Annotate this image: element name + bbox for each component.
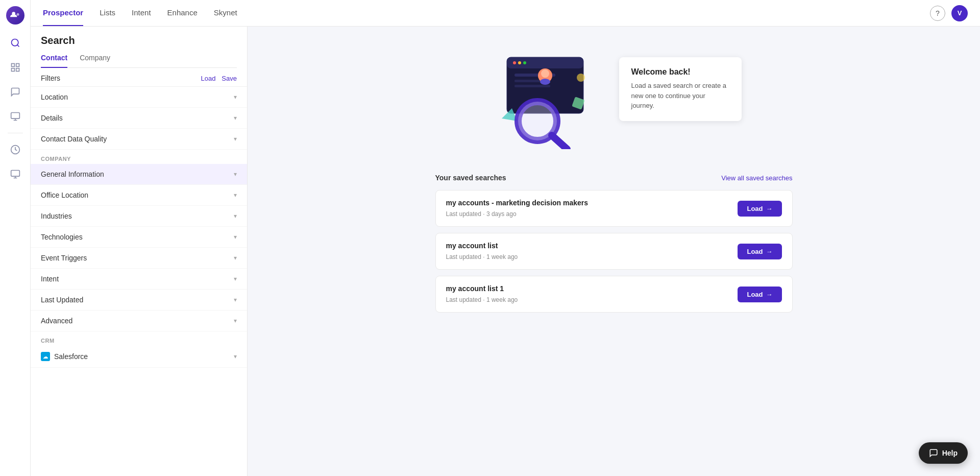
filter-technologies[interactable]: Technologies ▾ bbox=[31, 227, 247, 248]
search-updated-3: Last updated · 1 week ago bbox=[446, 296, 518, 303]
view-all-link[interactable]: View all saved searches bbox=[721, 174, 792, 182]
svg-point-19 bbox=[541, 69, 549, 78]
svg-rect-6 bbox=[11, 68, 14, 72]
search-card-2-info: my account list Last updated · 1 week ag… bbox=[446, 242, 518, 261]
svg-point-2 bbox=[11, 39, 18, 46]
chevron-icon: ▾ bbox=[234, 93, 237, 101]
filter-last-updated[interactable]: Last Updated ▾ bbox=[31, 290, 247, 311]
svg-rect-5 bbox=[16, 68, 19, 72]
load-button-3[interactable]: Load → bbox=[738, 287, 781, 302]
chevron-icon: ▾ bbox=[234, 233, 237, 241]
svg-point-23 bbox=[577, 74, 585, 82]
content-area: Search Contact Company Filters Load Save… bbox=[31, 27, 980, 476]
welcome-area: Welcome back! Load a saved search or cre… bbox=[435, 47, 793, 149]
svg-point-12 bbox=[513, 61, 516, 64]
svg-point-20 bbox=[540, 79, 550, 85]
filter-office-location[interactable]: Office Location ▾ bbox=[31, 185, 247, 206]
company-section-label: Company bbox=[31, 150, 247, 164]
svg-rect-4 bbox=[16, 64, 19, 67]
sidebar-search-icon[interactable] bbox=[5, 33, 26, 53]
tab-contact[interactable]: Contact bbox=[41, 54, 67, 68]
search-updated-2: Last updated · 1 week ago bbox=[446, 253, 518, 260]
save-link[interactable]: Save bbox=[222, 75, 237, 82]
search-name-3: my account list 1 bbox=[446, 284, 518, 293]
main-container: Prospector Lists Intent Enhance Skynet ?… bbox=[31, 0, 980, 476]
filter-location[interactable]: Location ▾ bbox=[31, 87, 247, 108]
crm-section-label: CRM bbox=[31, 331, 247, 346]
svg-point-1 bbox=[16, 13, 19, 16]
nav-lists[interactable]: Lists bbox=[100, 0, 115, 26]
load-link[interactable]: Load bbox=[201, 75, 215, 82]
welcome-description: Load a saved search or create a new one … bbox=[631, 81, 729, 111]
sidebar-analytics-icon[interactable] bbox=[5, 106, 26, 127]
sidebar-history-icon[interactable] bbox=[5, 139, 26, 160]
filter-advanced[interactable]: Advanced ▾ bbox=[31, 311, 247, 331]
chevron-icon: ▾ bbox=[234, 171, 237, 178]
app-logo[interactable] bbox=[6, 6, 24, 25]
nav-skynet[interactable]: Skynet bbox=[214, 0, 237, 26]
nav-prospector[interactable]: Prospector bbox=[43, 0, 83, 26]
svg-point-14 bbox=[523, 61, 526, 64]
sidebar-comment-icon[interactable] bbox=[5, 82, 26, 102]
filters-panel: Search Contact Company Filters Load Save… bbox=[31, 27, 248, 476]
chevron-icon: ▾ bbox=[234, 114, 237, 122]
arrow-icon: → bbox=[766, 205, 773, 212]
svg-rect-3 bbox=[11, 64, 14, 67]
chevron-icon: ▾ bbox=[234, 192, 237, 199]
svg-rect-17 bbox=[514, 85, 550, 87]
search-updated-1: Last updated · 3 days ago bbox=[446, 210, 517, 218]
sidebar-lists-icon[interactable] bbox=[5, 57, 26, 78]
welcome-title: Welcome back! bbox=[631, 67, 729, 77]
help-fab[interactable]: Help bbox=[919, 442, 968, 464]
chevron-icon: ▾ bbox=[234, 254, 237, 261]
main-content: Welcome back! Load a saved search or cre… bbox=[248, 27, 980, 476]
user-avatar[interactable]: V bbox=[951, 5, 968, 21]
load-button-1[interactable]: Load → bbox=[738, 201, 781, 217]
filter-contact-data-quality[interactable]: Contact Data Quality ▾ bbox=[31, 129, 247, 150]
filter-details[interactable]: Details ▾ bbox=[31, 108, 247, 129]
chevron-icon: ▾ bbox=[234, 275, 237, 282]
nav-right: ? V bbox=[930, 5, 968, 21]
app-sidebar bbox=[0, 0, 31, 476]
svg-rect-9 bbox=[11, 171, 19, 177]
search-card-1-info: my accounts - marketing decision makers … bbox=[446, 199, 589, 218]
chevron-icon: ▾ bbox=[234, 135, 237, 142]
filters-label: Filters bbox=[41, 74, 60, 82]
filter-industries[interactable]: Industries ▾ bbox=[31, 206, 247, 227]
saved-searches-section: Your saved searches View all saved searc… bbox=[435, 174, 793, 319]
tabs-row: Contact Company bbox=[41, 54, 237, 68]
search-name-2: my account list bbox=[446, 242, 518, 250]
salesforce-filter-left: ☁ Salesforce bbox=[41, 352, 88, 361]
arrow-icon: → bbox=[766, 248, 773, 255]
help-button[interactable]: ? bbox=[930, 6, 945, 21]
svg-line-26 bbox=[552, 135, 567, 149]
sidebar-divider bbox=[8, 133, 23, 133]
chat-icon bbox=[929, 448, 938, 458]
filter-list: Location ▾ Details ▾ Contact Data Qualit… bbox=[31, 87, 247, 476]
sidebar-display-icon[interactable] bbox=[5, 164, 26, 184]
saved-searches-title: Your saved searches bbox=[435, 174, 506, 182]
load-button-2[interactable]: Load → bbox=[738, 244, 781, 259]
nav-intent[interactable]: Intent bbox=[132, 0, 151, 26]
saved-searches-header: Your saved searches View all saved searc… bbox=[435, 174, 793, 182]
svg-point-13 bbox=[518, 61, 521, 64]
search-card-3: my account list 1 Last updated · 1 week … bbox=[435, 276, 793, 313]
filter-salesforce[interactable]: ☁ Salesforce ▾ bbox=[31, 346, 247, 368]
chevron-icon: ▾ bbox=[234, 296, 237, 303]
filter-event-triggers[interactable]: Event Triggers ▾ bbox=[31, 248, 247, 269]
chevron-icon: ▾ bbox=[234, 212, 237, 220]
filter-general-information[interactable]: General Information ▾ bbox=[31, 164, 247, 185]
salesforce-icon: ☁ bbox=[41, 352, 50, 361]
tab-company[interactable]: Company bbox=[80, 54, 110, 68]
chevron-icon: ▾ bbox=[234, 317, 237, 324]
search-card-2: my account list Last updated · 1 week ag… bbox=[435, 233, 793, 270]
search-card-1: my accounts - marketing decision makers … bbox=[435, 190, 793, 227]
welcome-card: Welcome back! Load a saved search or cre… bbox=[619, 57, 742, 121]
search-name-1: my accounts - marketing decision makers bbox=[446, 199, 589, 207]
svg-rect-7 bbox=[11, 113, 19, 119]
filter-intent[interactable]: Intent ▾ bbox=[31, 269, 247, 290]
top-nav: Prospector Lists Intent Enhance Skynet ?… bbox=[31, 0, 980, 27]
toolbar-actions: Load Save bbox=[201, 75, 237, 82]
nav-enhance[interactable]: Enhance bbox=[167, 0, 198, 26]
page-title: Search bbox=[41, 35, 237, 46]
